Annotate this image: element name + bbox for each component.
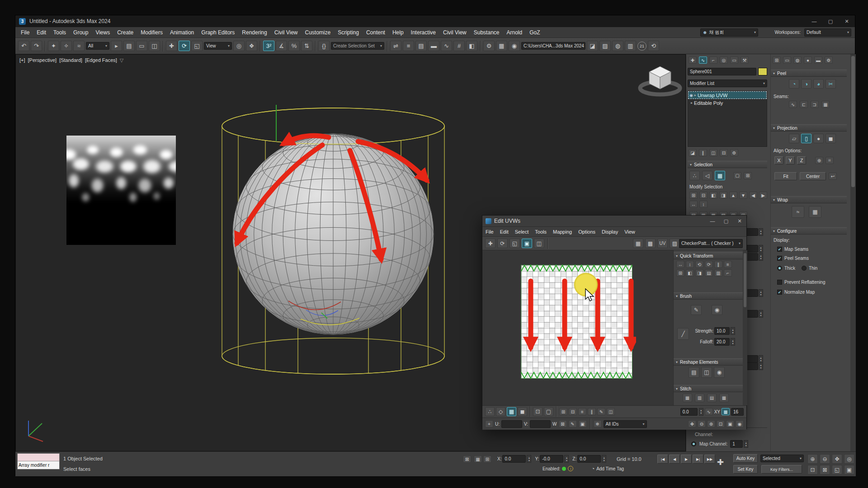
face-mode-icon[interactable]: ▦ (715, 171, 725, 180)
uvw-minimize-button[interactable]: — (706, 216, 719, 227)
zoom-extents-all-icon[interactable]: ⊠ (820, 465, 830, 474)
menu-item[interactable]: Views (92, 27, 113, 38)
select-right-icon[interactable]: ▶ (759, 192, 767, 199)
relax-until-flat-icon[interactable]: ▤ (689, 367, 699, 378)
checker-tiling-icon[interactable]: ▩ (645, 239, 656, 248)
uvw-menu-item[interactable]: Options (575, 227, 599, 237)
center-button[interactable]: Center (800, 172, 826, 180)
map-channel-spinner[interactable] (744, 440, 748, 448)
project-path-dropdown[interactable]: C:\Users\CHA...3ds Max 2024 (521, 42, 585, 50)
v-field[interactable] (530, 420, 551, 428)
reset-projection-icon[interactable]: ↩ (829, 173, 837, 180)
unfold-strip-icon[interactable]: ▦ (809, 206, 821, 218)
y-coordinate-field[interactable]: -0.0 (540, 455, 563, 463)
uvw-menu-item[interactable]: Mapping (550, 227, 575, 237)
normalize-map-checkbox[interactable] (777, 290, 782, 295)
pin-stack-icon[interactable]: ◪ (689, 149, 697, 156)
spinner[interactable] (759, 289, 763, 297)
selection-set-key-dropdown[interactable]: Selected (760, 455, 804, 462)
zoom-all-icon[interactable]: ⊖ (820, 454, 830, 464)
paint-move-brush-icon[interactable]: ✎ (691, 305, 702, 315)
uvw-side-scrollbar[interactable] (743, 250, 747, 405)
uvw-canvas-area[interactable]: Quick Transform ↔↕⟲⟳∥≡⊞◧◨▤▥⌐ Brush ✎◉ ╱ … (482, 250, 746, 405)
notification-badge[interactable]: 21 (637, 42, 646, 51)
quick-peel-icon[interactable]: ◔ (789, 79, 799, 89)
relax-tool-icon[interactable]: ◫ (701, 367, 712, 378)
uv-move-icon[interactable]: ✚ (485, 239, 495, 248)
named-selection-sets-icon[interactable]: {} (318, 41, 330, 51)
best-align-icon[interactable]: ⌗ (826, 157, 834, 164)
utilities-tab-icon[interactable]: ⚒ (741, 56, 749, 64)
modifier-stack-row[interactable]: ◉▸Unwrap UVW (688, 91, 767, 99)
previous-frame-icon[interactable]: ◀ (669, 455, 680, 464)
axis-button[interactable]: Y (786, 156, 795, 164)
box-map-icon[interactable]: ◼ (826, 134, 836, 143)
reshape-elements-header[interactable]: Reshape Elements (674, 358, 743, 366)
panel-scrollbar[interactable] (850, 54, 856, 451)
convert-seam-icon[interactable]: ⊐ (811, 101, 819, 108)
spinner[interactable] (759, 245, 763, 253)
menu-item[interactable]: Content (363, 27, 389, 38)
stitch-custom-icon[interactable]: ▦ (683, 394, 692, 402)
texture-list-icon[interactable]: ▨ (670, 239, 680, 248)
map-channel-radio[interactable] (691, 441, 696, 446)
stitch-header[interactable]: Stitch (674, 385, 743, 392)
pan-view-icon[interactable]: ✥ (832, 454, 842, 464)
zoom-selected-icon[interactable]: ◉ (736, 420, 744, 427)
angle-snap-icon[interactable]: ∡ (276, 41, 287, 51)
expand-arrow-icon[interactable]: ▸ (694, 93, 696, 97)
uvw-menu-item[interactable]: View (621, 227, 638, 237)
go-to-start-icon[interactable]: |◀ (657, 455, 668, 464)
align-bottom-icon[interactable]: ▥ (714, 269, 722, 277)
pan-icon[interactable]: ✥ (688, 420, 696, 427)
stitch-source-icon[interactable]: ▤ (707, 394, 717, 402)
viewport-label-item[interactable]: [+] (19, 57, 25, 63)
visibility-eye-icon[interactable]: ◉ (689, 93, 693, 98)
key-filters-button[interactable]: Key Filters... (761, 465, 802, 474)
strength-spinner[interactable] (731, 327, 735, 335)
projection-rollout-header[interactable]: Projection (771, 124, 847, 131)
loop-selection-icon[interactable]: ↔ (689, 201, 698, 208)
uvw-options-icon[interactable]: ⚙ (825, 56, 833, 64)
show-map-icon[interactable]: ▦ (633, 239, 643, 248)
next-frame-icon[interactable]: ▶| (693, 455, 703, 464)
peel-rollout-header[interactable]: Peel (771, 70, 847, 77)
create-tab-icon[interactable]: ✚ (689, 56, 697, 64)
layer-manager-icon[interactable]: ▤ (415, 41, 427, 51)
brush-header[interactable]: Brush (674, 292, 743, 300)
layer-explorer-icon[interactable]: ▨ (599, 41, 611, 51)
stitch-target-icon[interactable]: ▦ (719, 394, 729, 402)
ribbon-toggle-icon[interactable]: ▬ (428, 41, 439, 51)
select-overlap-icon[interactable]: ◫ (607, 408, 615, 415)
uvw-menu-item[interactable]: File (482, 227, 497, 237)
redo-icon[interactable]: ↷ (31, 41, 42, 51)
seam-cut-icon[interactable]: ✂ (826, 79, 836, 89)
peel-mode-icon[interactable]: ◑ (801, 79, 811, 89)
snaps-toggle-icon[interactable]: 3² (263, 41, 274, 51)
maximize-viewport-icon[interactable]: ▣ (844, 465, 854, 474)
zoom-out-icon[interactable]: ⊖ (698, 420, 706, 427)
align-top-icon[interactable]: ▤ (705, 269, 713, 277)
menu-item[interactable]: Edit (33, 27, 50, 38)
wrap-rollout-header[interactable]: Wrap (771, 196, 847, 203)
status-mini-icon[interactable]: ▦ (474, 455, 482, 463)
thin-radio[interactable] (802, 266, 807, 271)
material-editor-icon[interactable]: ◧ (466, 41, 477, 51)
paint-weights-icon[interactable]: ✎ (569, 420, 577, 427)
percent-snap-icon[interactable]: % (288, 41, 300, 51)
minimize-button[interactable]: — (806, 15, 822, 27)
show-end-result-icon[interactable]: ∥ (699, 149, 707, 156)
strength-field[interactable]: 10.0 (714, 327, 730, 335)
remove-modifier-icon[interactable]: ⊟ (720, 149, 728, 156)
spinner[interactable] (759, 355, 763, 363)
vertex-mode-icon[interactable]: ∴ (689, 171, 700, 180)
refresh-icon[interactable]: ⟲ (648, 41, 659, 51)
object-name-field[interactable]: Sphere001 (688, 68, 756, 75)
uv-vertex-mode-icon[interactable]: ∴ (485, 407, 495, 416)
rectangular-selection-icon[interactable]: ▭ (136, 41, 147, 51)
zoom-in-icon[interactable]: ⊕ (707, 420, 715, 427)
configure-rollout-header[interactable]: Configure (771, 227, 847, 235)
field-of-view-icon[interactable]: ◱ (832, 465, 842, 474)
straighten-selection-icon[interactable]: ◉ (714, 367, 725, 378)
uvw-menu-item[interactable]: Display (599, 227, 621, 237)
